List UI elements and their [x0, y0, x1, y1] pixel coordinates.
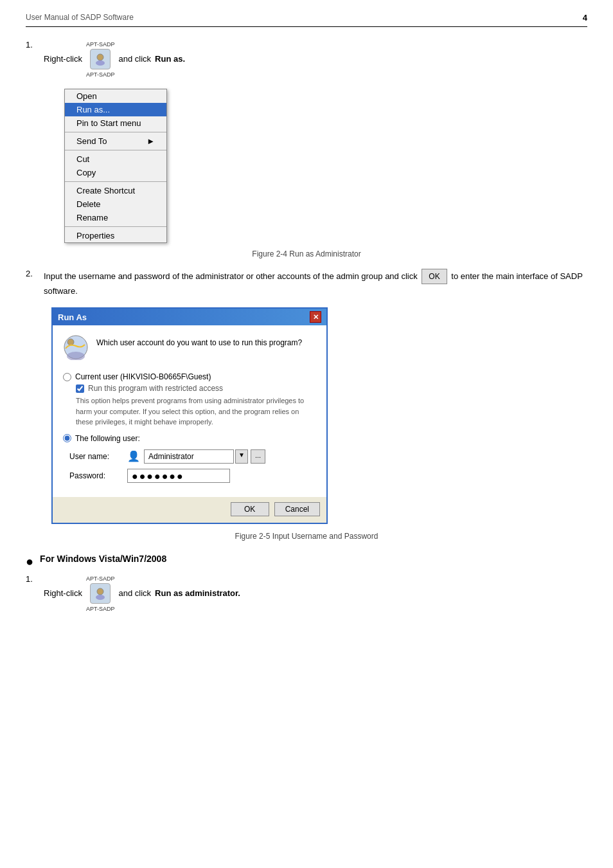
username-browse-btn[interactable]: ... [251, 449, 265, 464]
send-to-arrow: ► [147, 136, 155, 146]
password-field-row: Password: ●●●●●●● [69, 469, 316, 483]
dialog-ok-btn[interactable]: OK [231, 502, 269, 516]
ctx-item-copy[interactable]: Copy [65, 166, 166, 179]
dialog-top-row: Which user account do you want to use to… [63, 334, 316, 363]
step2-ok-btn: OK [422, 269, 447, 284]
figure-2-4-caption: Figure 2-4 Run as Administrator [26, 249, 587, 258]
step-1-number: 1. [26, 40, 44, 50]
app-icon [90, 49, 111, 69]
ctx-item-send-to[interactable]: Send To ► [65, 134, 166, 148]
separator-1 [65, 132, 166, 132]
username-label: User name: [69, 452, 121, 461]
svg-point-6 [96, 595, 105, 600]
step-3-inline: Right-click APT-SADP APT-SADP and click … [44, 574, 587, 614]
password-dots: ●●●●●●● [132, 471, 184, 482]
separator-2 [65, 150, 166, 150]
step3-app-icon [90, 583, 111, 604]
dialog-cancel-btn[interactable]: Cancel [274, 502, 320, 516]
run-as-dialog-wrap: Run As ✕ Which user account do you want … [51, 307, 562, 524]
ctx-item-rename[interactable]: Rename [65, 211, 166, 224]
bullet-dot: ● [26, 555, 33, 568]
checkbox1-label: Run this program with restricted access [88, 384, 223, 393]
ctx-item-delete[interactable]: Delete [65, 197, 166, 211]
app-icon-label: APT-SADP [86, 70, 115, 79]
step-1: 1. Right-click APT-SADP APT-SADP and cli… [26, 40, 587, 80]
username-field-row: User name: 👤 Administrator ▼ ... [69, 449, 316, 464]
radio2-label: The following user: [75, 434, 140, 443]
step3-text-before: Right-click [44, 587, 82, 601]
step3-app-icon-wrap: APT-SADP APT-SADP [86, 574, 115, 614]
figure-2-5-caption: Figure 2-5 Input Username and Password [26, 532, 587, 541]
page-title: User Manual of SADP Software [26, 13, 134, 22]
svg-point-5 [97, 588, 103, 595]
radio2-row: The following user: [63, 434, 316, 443]
step2-text: Input the username and password of the a… [44, 269, 587, 298]
password-label: Password: [69, 471, 121, 480]
step3-app-name-top: APT-SADP [86, 574, 115, 583]
ctx-item-properties[interactable]: Properties [65, 229, 166, 242]
dialog-section-radio1: Current user (HIKVISIO-B0665F\Guest) Run… [63, 372, 316, 428]
step-2-number: 2. [26, 269, 44, 278]
step-2: 2. Input the username and password of th… [26, 269, 587, 298]
bullet-section: ● For Windows Vista/Win7/2008 [26, 554, 587, 568]
username-dropdown-arrow[interactable]: ▼ [235, 449, 248, 464]
radio-following-user[interactable] [63, 434, 71, 442]
dialog-body: Which user account do you want to use to… [53, 325, 326, 497]
ctx-item-pin[interactable]: Pin to Start menu [65, 116, 166, 130]
username-input[interactable]: Administrator [144, 449, 234, 464]
bullet-label: For Windows Vista/Win7/2008 [40, 554, 166, 564]
username-input-wrap: 👤 Administrator ▼ ... [127, 449, 265, 464]
step-1-inline: Right-click APT-SADP APT-SADP and click … [44, 40, 587, 80]
ctx-item-create-shortcut[interactable]: Create Shortcut [65, 184, 166, 197]
username-value: Administrator [148, 452, 194, 461]
run-as-dialog: Run As ✕ Which user account do you want … [51, 307, 328, 524]
radio-current-user[interactable] [63, 373, 71, 381]
dialog-close-button[interactable]: ✕ [310, 311, 321, 323]
checkbox1-row: Run this program with restricted access [76, 384, 316, 393]
step1-bold: Run as. [155, 53, 185, 66]
context-menu-container: Open Run as... Pin to Start menu Send To… [64, 89, 587, 243]
question-icon [63, 334, 89, 363]
step2-main-text: Input the username and password of the a… [44, 271, 418, 281]
ctx-item-cut[interactable]: Cut [65, 152, 166, 166]
step-1-content: Right-click APT-SADP APT-SADP and click … [44, 40, 587, 80]
separator-4 [65, 226, 166, 227]
dialog-title: Run As [58, 312, 87, 322]
app-name-top: APT-SADP [86, 40, 115, 49]
page-number: 4 [583, 13, 587, 23]
restricted-access-checkbox[interactable] [76, 384, 84, 393]
context-menu: Open Run as... Pin to Start menu Send To… [64, 89, 167, 243]
step1-text-before: Right-click [44, 53, 82, 66]
radio1-label: Current user (HIKVISIO-B0665F\Guest) [75, 372, 211, 381]
user-icon: 👤 [127, 450, 140, 462]
svg-point-3 [67, 339, 74, 345]
dialog-section-radio2: The following user: [63, 434, 316, 443]
password-input[interactable]: ●●●●●●● [127, 469, 230, 483]
info-text: This option helps prevent programs from … [76, 395, 316, 428]
send-to-label: Send To [76, 136, 107, 146]
step3-app-icon-label: APT-SADP [86, 604, 115, 613]
step3-bold: Run as administrator. [155, 587, 240, 601]
step1-text-after: and click [118, 53, 151, 66]
dialog-footer: OK Cancel [53, 497, 326, 523]
separator-3 [65, 181, 166, 182]
dialog-question-text: Which user account do you want to use to… [96, 334, 302, 347]
ctx-item-open[interactable]: Open [65, 89, 166, 103]
username-select-wrap: Administrator ▼ [144, 449, 248, 464]
app-icon-wrap: APT-SADP APT-SADP [86, 40, 115, 80]
ctx-item-run-as[interactable]: Run as... [65, 103, 166, 116]
step-3-content: Right-click APT-SADP APT-SADP and click … [44, 574, 587, 614]
step3-text-after: and click [118, 587, 151, 601]
step-2-content: Input the username and password of the a… [44, 269, 587, 298]
dialog-titlebar: Run As ✕ [53, 309, 326, 325]
step-3: 1. Right-click APT-SADP APT-SADP and cli… [26, 574, 587, 614]
svg-point-0 [97, 54, 103, 60]
svg-point-1 [96, 60, 105, 66]
radio1-row: Current user (HIKVISIO-B0665F\Guest) [63, 372, 316, 381]
step-3-number: 1. [26, 574, 44, 584]
page-header: User Manual of SADP Software 4 [26, 13, 587, 27]
